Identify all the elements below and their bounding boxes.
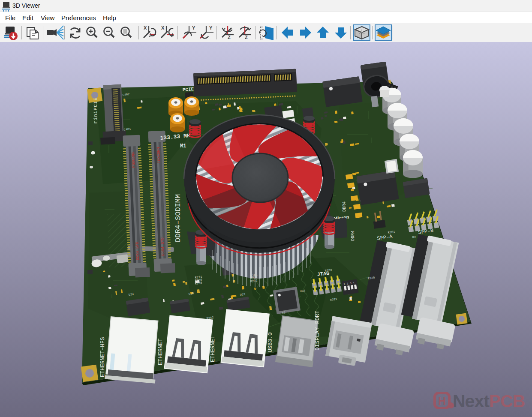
svg-text:DDR4 STD: DDR4 STD [135,242,140,261]
svg-text:ETHERNET–HPS: ETHERNET–HPS [99,337,106,377]
svg-text:R2: R2 [412,235,416,239]
svg-text:DDR4–SODIMM: DDR4–SODIMM [174,194,182,242]
svg-text:M1: M1 [180,143,186,149]
svg-text:DDR4: DDR4 [342,201,347,212]
svg-text:USB3.0: USB3.0 [267,332,274,352]
svg-text:Z: Z [245,35,248,40]
svg-text:DDR4 STD: DDR4 STD [160,237,165,256]
svg-text:FOXCONN: FOXCONN [131,151,136,168]
svg-text:Y: Y [209,25,213,30]
svg-text:DDR4: DDR4 [351,231,355,241]
svg-text:FOXCONN: FOXCONN [156,147,162,163]
svg-text:ETHERNET: ETHERNET [210,335,216,362]
svg-text:X1: X1 [282,311,286,315]
svg-text:PCIE: PCIE [182,87,194,93]
svg-text:DISPLAY PORT: DISPLAY PORT [314,310,321,351]
svg-text:Z: Z [228,35,231,40]
svg-text:Y: Y [192,25,195,30]
svg-text:X: X [161,25,165,30]
svg-text:H: H [438,395,446,407]
svg-text:ETHERNET: ETHERNET [157,338,164,365]
svg-text:X: X [144,25,147,30]
svg-text:miniPCIE: miniPCIE [93,97,98,123]
svg-text:NextPCB: NextPCB [453,391,525,411]
